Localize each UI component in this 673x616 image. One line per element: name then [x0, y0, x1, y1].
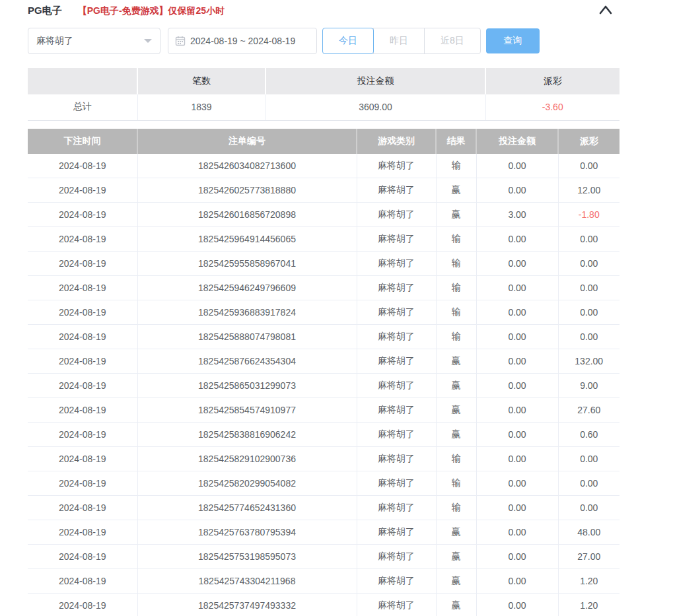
cell-game: 麻将胡了	[357, 496, 436, 520]
cell-bet: 0.00	[476, 300, 558, 325]
cell-game: 麻将胡了	[357, 276, 436, 300]
cell-order: 1825425876624354304	[137, 349, 357, 374]
summary-total-label: 总计	[28, 94, 137, 120]
cell-payout: 0.00	[558, 300, 620, 325]
cell-bet: 0.00	[476, 178, 558, 203]
cell-result: 赢	[436, 569, 476, 594]
cell-payout: 0.00	[558, 471, 620, 496]
cell-date: 2024-08-19	[28, 471, 137, 496]
cell-bet: 0.00	[476, 349, 558, 374]
table-row: 2024-08-191825426025773818880麻将胡了赢0.0012…	[28, 178, 620, 203]
cell-result: 输	[436, 227, 476, 252]
cell-date: 2024-08-19	[28, 520, 137, 545]
summary-total-count: 1839	[137, 94, 266, 120]
col-header-payout: 派彩	[558, 129, 620, 154]
cell-bet: 3.00	[476, 203, 558, 227]
cell-order: 1825426016856720898	[137, 203, 357, 227]
table-row: 2024-08-191825425955858967041麻将胡了输0.000.…	[28, 252, 620, 276]
cell-game: 麻将胡了	[357, 325, 436, 349]
brand-title: PG电子	[28, 5, 62, 17]
cell-bet: 0.00	[476, 447, 558, 471]
cell-game: 麻将胡了	[357, 374, 436, 398]
cell-result: 赢	[436, 398, 476, 423]
cell-result: 输	[436, 447, 476, 471]
cell-date: 2024-08-19	[28, 349, 137, 374]
cell-result: 赢	[436, 374, 476, 398]
cell-date: 2024-08-19	[28, 227, 137, 252]
chevron-up-icon	[598, 5, 613, 15]
cell-payout: -1.80	[558, 203, 620, 227]
game-select[interactable]: 麻将胡了	[28, 28, 160, 54]
cell-game: 麻将胡了	[357, 545, 436, 569]
cell-game: 麻将胡了	[357, 300, 436, 325]
cell-order: 1825425946249796609	[137, 276, 357, 300]
cell-date: 2024-08-19	[28, 276, 137, 300]
cell-payout: 0.60	[558, 423, 620, 447]
cell-payout: 0.00	[558, 325, 620, 349]
cell-bet: 0.00	[476, 325, 558, 349]
cell-bet: 0.00	[476, 594, 558, 616]
cell-result: 赢	[436, 178, 476, 203]
cell-result: 赢	[436, 349, 476, 374]
col-header-result: 结果	[436, 129, 476, 154]
cell-bet: 0.00	[476, 398, 558, 423]
table-row: 2024-08-191825425936883917824麻将胡了输0.000.…	[28, 300, 620, 325]
cell-game: 麻将胡了	[357, 471, 436, 496]
cell-bet: 0.00	[476, 520, 558, 545]
table-row: 2024-08-191825425763780795394麻将胡了赢0.0048…	[28, 520, 620, 545]
cell-bet: 0.00	[476, 154, 558, 178]
table-row: 2024-08-191825425774652431360麻将胡了输0.000.…	[28, 496, 620, 520]
cell-result: 赢	[436, 423, 476, 447]
cell-date: 2024-08-19	[28, 178, 137, 203]
panel-header: PG电子 【PG电子-免费游戏】仅保留25小时	[28, 0, 620, 17]
cell-bet: 0.00	[476, 545, 558, 569]
cell-order: 1825425936883917824	[137, 300, 357, 325]
cell-game: 麻将胡了	[357, 227, 436, 252]
cell-order: 1825425838816906242	[137, 423, 357, 447]
cell-game: 麻将胡了	[357, 203, 436, 227]
cell-payout: 1.20	[558, 569, 620, 594]
yesterday-button[interactable]: 昨日	[373, 28, 425, 54]
date-range-input[interactable]: 2024-08-19 ~ 2024-08-19	[168, 28, 317, 54]
cell-result: 输	[436, 252, 476, 276]
cell-bet: 0.00	[476, 471, 558, 496]
cell-date: 2024-08-19	[28, 594, 137, 616]
col-header-bet-amount: 投注金额	[476, 129, 558, 154]
summary-header-count: 笔数	[137, 68, 266, 94]
cell-payout: 0.00	[558, 276, 620, 300]
filter-bar: 麻将胡了 2024-08-19 ~ 2024-08-19	[28, 28, 620, 54]
cell-result: 输	[436, 471, 476, 496]
summary-total-payout: -3.60	[485, 94, 620, 120]
cell-order: 1825425888074798081	[137, 325, 357, 349]
cell-game: 麻将胡了	[357, 178, 436, 203]
collapse-button[interactable]	[596, 2, 615, 18]
last8days-button[interactable]: 近8日	[424, 28, 481, 54]
calendar-icon	[175, 36, 186, 46]
cell-bet: 0.00	[476, 569, 558, 594]
table-row: 2024-08-191825426034082713600麻将胡了输0.000.…	[28, 154, 620, 178]
cell-game: 麻将胡了	[357, 423, 436, 447]
notice-text: 【PG电子-免费游戏】仅保留25小时	[78, 5, 225, 17]
today-button[interactable]: 今日	[322, 28, 374, 54]
cell-payout: 0.00	[558, 227, 620, 252]
col-header-bet-time: 下注时间	[28, 129, 137, 154]
cell-payout: 1.20	[558, 594, 620, 616]
cell-result: 赢	[436, 594, 476, 616]
cell-bet: 0.00	[476, 252, 558, 276]
cell-payout: 12.00	[558, 178, 620, 203]
cell-order: 1825425820299054082	[137, 471, 357, 496]
cell-game: 麻将胡了	[357, 594, 436, 616]
query-button[interactable]: 查询	[486, 28, 540, 53]
bet-table-body: 2024-08-191825426034082713600麻将胡了输0.000.…	[28, 154, 620, 616]
cell-order: 1825425865031299073	[137, 374, 357, 398]
cell-bet: 0.00	[476, 374, 558, 398]
table-row: 2024-08-191825425829102900736麻将胡了输0.000.…	[28, 447, 620, 471]
cell-game: 麻将胡了	[357, 252, 436, 276]
table-row: 2024-08-191825425876624354304麻将胡了赢0.0013…	[28, 349, 620, 374]
cell-result: 输	[436, 276, 476, 300]
cell-bet: 0.00	[476, 423, 558, 447]
summary-header-empty	[28, 68, 137, 94]
table-row: 2024-08-191825425964914456065麻将胡了输0.000.…	[28, 227, 620, 252]
cell-payout: 0.00	[558, 447, 620, 471]
table-row: 2024-08-191825425737497493332麻将胡了赢0.001.…	[28, 594, 620, 616]
